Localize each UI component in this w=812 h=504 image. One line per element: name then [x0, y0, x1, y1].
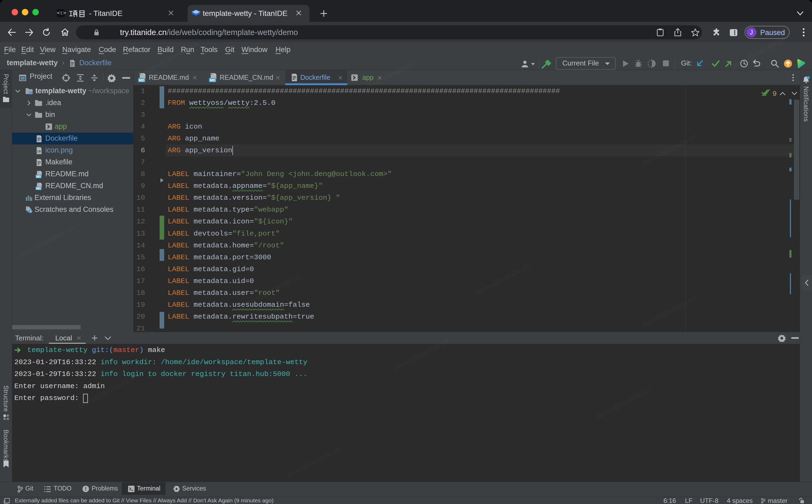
svg-text:MD: MD — [36, 175, 41, 178]
svg-text:</>: </> — [194, 10, 198, 13]
svg-text:MD: MD — [210, 78, 215, 82]
svg-text:MD: MD — [36, 187, 41, 190]
svg-text:MD: MD — [139, 78, 144, 82]
